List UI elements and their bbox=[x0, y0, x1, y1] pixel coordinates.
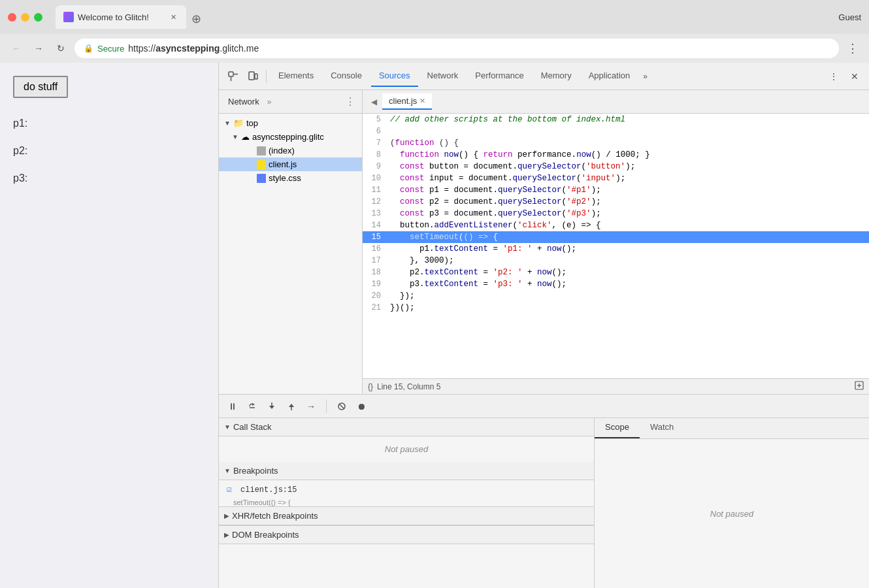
tree-menu-icon[interactable]: ⋮ bbox=[344, 95, 357, 108]
tab-network[interactable]: Network bbox=[419, 65, 467, 87]
svg-line-12 bbox=[339, 404, 344, 409]
step-over-btn[interactable] bbox=[244, 398, 261, 415]
browser-menu-button[interactable]: ⋮ bbox=[844, 40, 861, 57]
code-line-15: 15 setTimeout(() => { bbox=[363, 231, 869, 243]
editor-tab-close-icon[interactable]: ✕ bbox=[419, 97, 425, 105]
editor-tabs: ◀ client.js ✕ bbox=[363, 90, 869, 114]
devtools-panel: Elements Console Sources Network Perform… bbox=[218, 63, 869, 588]
address-bar[interactable]: 🔒 Secure https://asyncstepping.glitch.me bbox=[74, 39, 839, 58]
code-editor: ◀ client.js ✕ 5 // add other scripts at … bbox=[363, 90, 869, 394]
code-line-16: 16 p1.textContent = 'p1: ' + now(); bbox=[363, 243, 869, 255]
address-url: https://asyncstepping.glitch.me bbox=[128, 43, 259, 54]
devtools-body: Network » ⋮ ▼ 📁 top ▼ bbox=[219, 90, 869, 588]
code-line-14: 14 button.addEventListener('click', (e) … bbox=[363, 220, 869, 231]
tree-label-origin: asyncstepping.glitc bbox=[252, 132, 324, 142]
tab-application[interactable]: Application bbox=[581, 65, 638, 87]
debug-body: ▼ Call Stack Not paused ▼ Breakpoints ☑ … bbox=[219, 418, 869, 588]
cloud-icon: ☁ bbox=[241, 132, 250, 142]
code-line-9: 9 const button = document.querySelector(… bbox=[363, 161, 869, 172]
do-stuff-button[interactable]: do stuff bbox=[13, 76, 68, 98]
element-picker-icon[interactable] bbox=[224, 67, 242, 86]
scope-tab[interactable]: Scope bbox=[595, 418, 640, 438]
deactivate-breakpoints-btn[interactable] bbox=[333, 398, 350, 415]
cursor-position: Line 15, Column 5 bbox=[377, 382, 440, 391]
minimize-button[interactable] bbox=[21, 13, 29, 22]
devtools-topbar: Elements Console Sources Network Perform… bbox=[219, 63, 869, 90]
tree-more-btn[interactable]: » bbox=[267, 97, 272, 106]
device-toggle-icon[interactable] bbox=[244, 67, 262, 86]
code-line-17: 17 }, 3000); bbox=[363, 255, 869, 267]
tab-elements[interactable]: Elements bbox=[271, 65, 321, 87]
folder-icon: 📁 bbox=[233, 118, 244, 128]
step-into-btn[interactable] bbox=[263, 398, 280, 415]
browser-tab-active[interactable]: Welcome to Glitch! ✕ bbox=[56, 5, 186, 29]
devtools-close-icon[interactable]: ✕ bbox=[845, 67, 864, 86]
format-braces-btn[interactable]: {} bbox=[368, 382, 373, 391]
step-btn[interactable]: → bbox=[303, 398, 320, 415]
tab-console[interactable]: Console bbox=[323, 65, 370, 87]
code-line-19: 19 p3.textContent = 'p3: ' + now(); bbox=[363, 278, 869, 290]
dom-header[interactable]: ▶ DOM Breakpoints bbox=[219, 526, 594, 544]
tab-memory[interactable]: Memory bbox=[533, 65, 580, 87]
tree-item-origin[interactable]: ▼ ☁ asyncstepping.glitc bbox=[219, 130, 362, 144]
p1-label: p1: bbox=[13, 118, 205, 129]
file-tree-header: Network » ⋮ bbox=[219, 90, 362, 114]
back-button[interactable]: ← bbox=[8, 40, 25, 57]
tab-performance[interactable]: Performance bbox=[467, 65, 531, 87]
breakpoint-code-preview: setTimeout(() => { bbox=[219, 498, 594, 506]
statusbar-expand-btn[interactable] bbox=[855, 381, 864, 392]
breakpoints-label: Breakpoints bbox=[233, 466, 278, 476]
tree-item-stylecss[interactable]: style.css bbox=[219, 171, 362, 185]
tree-tab-network[interactable]: Network bbox=[224, 94, 263, 109]
pause-on-exceptions-btn[interactable]: ⏺ bbox=[353, 398, 370, 415]
call-stack-label: Call Stack bbox=[233, 422, 272, 432]
p3-label: p3: bbox=[13, 172, 205, 184]
tree-item-clientjs[interactable]: client.js bbox=[219, 157, 362, 171]
svg-rect-4 bbox=[255, 74, 257, 79]
tree-label-top: top bbox=[246, 118, 258, 128]
scope-content: Not paused bbox=[595, 439, 869, 588]
reload-button[interactable]: ↻ bbox=[52, 40, 69, 57]
close-button[interactable] bbox=[8, 13, 16, 22]
dom-arrow-icon: ▶ bbox=[224, 531, 229, 538]
tab-sources[interactable]: Sources bbox=[371, 65, 418, 87]
code-line-13: 13 const p3 = document.querySelector('#p… bbox=[363, 208, 869, 220]
call-stack-not-paused: Not paused bbox=[219, 436, 594, 462]
tab-title: Welcome to Glitch! bbox=[78, 12, 149, 22]
xhr-header[interactable]: ▶ XHR/fetch Breakpoints bbox=[219, 507, 594, 525]
breakpoints-header[interactable]: ▼ Breakpoints bbox=[219, 462, 594, 480]
main-area: do stuff p1: p2: p3: Elements Console So… bbox=[0, 63, 869, 588]
dom-section: ▶ DOM Breakpoints bbox=[219, 525, 594, 544]
breakpoint-item-1[interactable]: ☑ client.js:15 bbox=[219, 480, 594, 498]
tree-item-top[interactable]: ▼ 📁 top bbox=[219, 116, 362, 130]
tab-close-icon[interactable]: ✕ bbox=[168, 12, 178, 22]
step-out-btn[interactable] bbox=[283, 398, 300, 415]
xhr-label: XHR/fetch Breakpoints bbox=[232, 511, 318, 521]
expand-arrow-origin: ▼ bbox=[232, 133, 238, 140]
tree-item-index[interactable]: (index) bbox=[219, 144, 362, 157]
editor-back-btn[interactable]: ◀ bbox=[367, 95, 381, 109]
new-tab-button[interactable]: ⊕ bbox=[189, 9, 204, 29]
code-line-11: 11 const p1 = document.querySelector('#p… bbox=[363, 184, 869, 196]
pause-resume-btn[interactable]: ⏸ bbox=[224, 398, 241, 415]
call-stack-arrow-icon: ▼ bbox=[224, 423, 231, 431]
breakpoint-checkbox-icon[interactable]: ☑ bbox=[227, 485, 232, 495]
code-line-6: 6 bbox=[363, 125, 869, 137]
code-content[interactable]: 5 // add other scripts at the bottom of … bbox=[363, 114, 869, 378]
titlebar: Welcome to Glitch! ✕ ⊕ Guest bbox=[0, 0, 869, 34]
debug-panel: ⏸ → ⏺ bbox=[219, 394, 869, 588]
tab-favicon bbox=[63, 12, 74, 22]
devtools-more-tabs[interactable]: » bbox=[639, 69, 651, 84]
forward-button[interactable]: → bbox=[30, 40, 47, 57]
svg-rect-0 bbox=[229, 72, 233, 76]
html-file-icon bbox=[257, 146, 266, 155]
watch-tab[interactable]: Watch bbox=[640, 418, 684, 438]
svg-rect-3 bbox=[249, 72, 254, 80]
code-line-7: 7 (function () { bbox=[363, 137, 869, 149]
tab-area: Welcome to Glitch! ✕ ⊕ bbox=[56, 5, 833, 29]
call-stack-header[interactable]: ▼ Call Stack bbox=[219, 418, 594, 436]
editor-tab-clientjs[interactable]: client.js ✕ bbox=[382, 93, 432, 110]
maximize-button[interactable] bbox=[34, 13, 42, 22]
editor-statusbar: {} Line 15, Column 5 bbox=[363, 378, 869, 394]
devtools-settings-icon[interactable]: ⋮ bbox=[825, 67, 843, 86]
